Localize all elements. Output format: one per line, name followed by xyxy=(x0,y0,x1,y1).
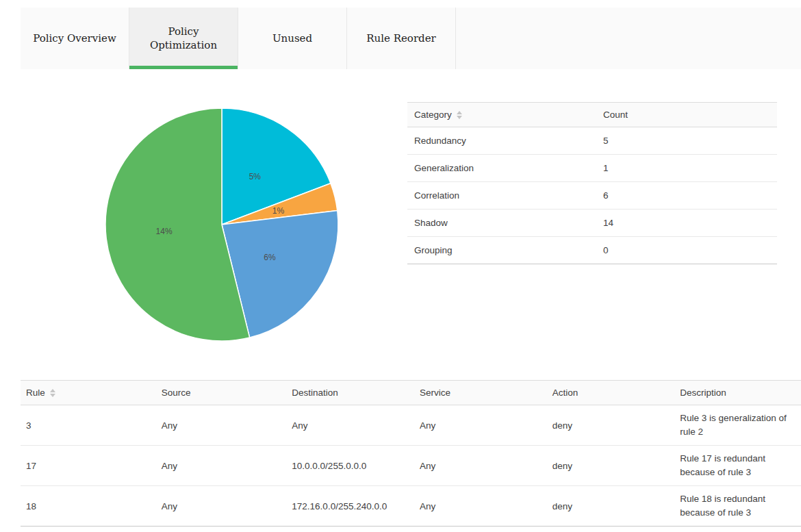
rule-cell: 18 xyxy=(21,501,156,511)
count-cell: 5 xyxy=(598,136,777,146)
tab-label: Policy Overview xyxy=(33,31,116,45)
column-header-rule[interactable]: Rule xyxy=(21,388,156,398)
column-header-label: Destination xyxy=(292,388,338,398)
source-cell: Any xyxy=(156,501,287,511)
count-cell: 1 xyxy=(598,163,777,173)
table-header-row: RuleSourceDestinationServiceActionDescri… xyxy=(21,380,801,405)
column-header-label: Count xyxy=(603,110,628,120)
pie-data-label-shadow: 14% xyxy=(156,227,173,236)
tab-unused[interactable]: Unused xyxy=(238,8,347,69)
tab-policy-overview[interactable]: Policy Overview xyxy=(21,8,129,69)
category-cell: Correlation xyxy=(407,190,598,201)
column-header-label: Description xyxy=(680,386,726,400)
tab-label: Policy Optimization xyxy=(139,25,228,53)
rule-row: 17Any10.0.0.0/255.0.0.0AnydenyRule 17 is… xyxy=(21,446,801,486)
column-header-label: Rule xyxy=(26,388,45,398)
column-header-category[interactable]: Category xyxy=(407,110,598,120)
column-header-source[interactable]: Source xyxy=(156,388,287,398)
description-cell: Rule 18 is redundant because of rule 3 xyxy=(674,492,801,519)
column-header-label: Source xyxy=(162,388,191,398)
rules-table: RuleSourceDestinationServiceActionDescri… xyxy=(21,380,801,527)
sort-icon[interactable] xyxy=(457,111,462,119)
column-header-description[interactable]: Description xyxy=(674,386,801,400)
count-cell: 14 xyxy=(598,218,777,228)
category-row: Redundancy5 xyxy=(407,127,777,155)
pie-data-label-redundancy: 5% xyxy=(249,172,262,181)
action-cell: deny xyxy=(547,461,675,471)
service-cell: Any xyxy=(414,420,547,431)
count-cell: 0 xyxy=(598,245,777,255)
category-count-table: CategoryCountRedundancy5Generalization1C… xyxy=(407,102,777,264)
tab-label: Rule Reorder xyxy=(366,31,435,45)
destination-cell: Any xyxy=(286,420,414,431)
tabs-bar: Policy OverviewPolicy OptimizationUnused… xyxy=(21,8,801,69)
category-row: Correlation6 xyxy=(407,182,777,210)
service-cell: Any xyxy=(414,461,547,471)
action-cell: deny xyxy=(547,501,675,511)
category-cell: Redundancy xyxy=(407,136,598,146)
column-header-label: Category xyxy=(414,110,452,120)
category-pie-chart: 5%1%6%14% xyxy=(92,94,352,355)
tab-policy-optimization[interactable]: Policy Optimization xyxy=(129,8,238,69)
description-cell: Rule 3 is generalization of rule 2 xyxy=(674,411,801,438)
category-cell: Shadow xyxy=(407,218,598,228)
table-header-row: CategoryCount xyxy=(407,102,777,127)
category-cell: Generalization xyxy=(407,163,598,173)
tab-label: Unused xyxy=(272,31,312,45)
column-header-label: Action xyxy=(552,388,578,398)
column-header-count[interactable]: Count xyxy=(598,110,777,120)
rule-cell: 3 xyxy=(21,420,156,431)
tab-rule-reorder[interactable]: Rule Reorder xyxy=(347,8,456,69)
source-cell: Any xyxy=(156,461,287,471)
destination-cell: 172.16.0.0/255.240.0.0 xyxy=(286,501,414,511)
category-row: Generalization1 xyxy=(407,155,777,182)
description-cell: Rule 17 is redundant because of rule 3 xyxy=(674,452,801,479)
service-cell: Any xyxy=(414,501,547,511)
action-cell: deny xyxy=(547,420,675,431)
category-cell: Grouping xyxy=(407,245,598,255)
rule-row: 18Any172.16.0.0/255.240.0.0AnydenyRule 1… xyxy=(21,486,801,527)
pie-data-label-correlation: 6% xyxy=(264,253,276,262)
rule-row: 3AnyAnyAnydenyRule 3 is generalization o… xyxy=(21,405,801,446)
column-header-action[interactable]: Action xyxy=(547,388,675,398)
source-cell: Any xyxy=(156,420,287,431)
sort-icon[interactable] xyxy=(50,389,55,397)
column-header-service[interactable]: Service xyxy=(414,388,547,398)
active-tab-indicator xyxy=(129,66,238,69)
column-header-destination[interactable]: Destination xyxy=(286,388,414,398)
category-row: Shadow14 xyxy=(407,210,777,237)
destination-cell: 10.0.0.0/255.0.0.0 xyxy=(286,461,414,471)
rule-cell: 17 xyxy=(21,461,156,471)
count-cell: 6 xyxy=(598,190,777,201)
column-header-label: Service xyxy=(420,388,450,398)
category-row: Grouping0 xyxy=(407,237,777,264)
pie-data-label-generalization: 1% xyxy=(272,206,285,216)
